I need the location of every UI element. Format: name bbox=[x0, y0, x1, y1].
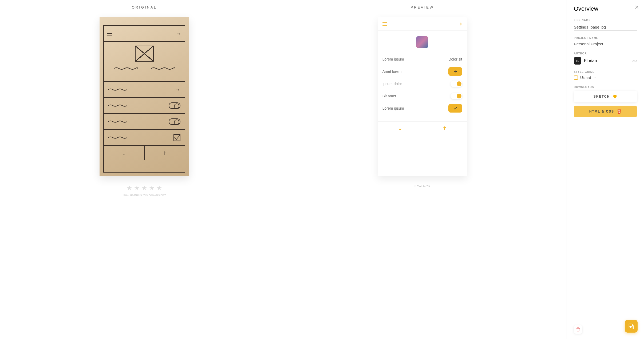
file-name-label: FILE NAME bbox=[574, 19, 637, 22]
arrow-right-button[interactable] bbox=[448, 67, 462, 76]
avatar bbox=[416, 36, 428, 48]
star-icon[interactable]: ★ bbox=[134, 184, 140, 192]
star-icon[interactable]: ★ bbox=[127, 184, 132, 192]
sketch-arrow-down-icon: ↓ bbox=[104, 146, 145, 160]
sketch-arrow-icon: → bbox=[175, 86, 180, 93]
original-sketch-image: → → bbox=[100, 17, 189, 176]
toggle-switch[interactable] bbox=[451, 93, 462, 99]
list-item-label: Lorem ipsum bbox=[382, 106, 404, 110]
chevron-down-icon bbox=[593, 76, 596, 79]
list-item-label: Lorem ipsum bbox=[382, 57, 404, 61]
overview-sidebar: Overview FILE NAME PROJECT NAME Personal… bbox=[567, 0, 644, 339]
rating-stars[interactable]: ★ ★ ★ ★ ★ bbox=[127, 184, 162, 192]
list-item-label: Sit amet bbox=[382, 94, 396, 98]
footer-arrow-down-button[interactable] bbox=[378, 122, 422, 135]
overview-title: Overview bbox=[574, 5, 637, 12]
rating-caption: How useful is this conversion? bbox=[123, 193, 166, 197]
author-timestamp: 25s bbox=[632, 59, 637, 62]
sketch-arrow-up-icon: ↑ bbox=[145, 146, 185, 160]
sketch-checkbox-icon bbox=[173, 134, 180, 141]
list-item-label: Dolor sit bbox=[448, 57, 462, 61]
sketch-arrow-right-icon: → bbox=[176, 30, 181, 37]
toggle-switch[interactable] bbox=[451, 81, 462, 87]
style-guide-label: STYLE GUIDE bbox=[574, 70, 637, 73]
sketch-toggle-icon bbox=[169, 118, 180, 125]
sketch-diamond-icon bbox=[613, 94, 617, 99]
style-guide-icon bbox=[574, 75, 578, 80]
sketch-toggle-icon bbox=[169, 102, 180, 109]
star-icon[interactable]: ★ bbox=[141, 184, 147, 192]
author-name: Florian bbox=[584, 58, 597, 63]
preview-title: PREVIEW bbox=[410, 5, 434, 9]
style-guide-selector[interactable]: Uizard bbox=[574, 75, 637, 80]
project-name-label: PROJECT NAME bbox=[574, 37, 637, 39]
close-icon[interactable] bbox=[634, 5, 639, 10]
download-sketch-button[interactable]: SKETCH bbox=[574, 91, 637, 102]
project-name-value: Personal Project bbox=[574, 42, 637, 46]
author-label: AUTHOR bbox=[574, 52, 637, 55]
preview-panel: PREVIEW Lorem ipsum Dolor sit Amet lorem bbox=[289, 5, 556, 334]
star-icon[interactable]: ★ bbox=[149, 184, 155, 192]
list-item-label: Ipsum dolor bbox=[382, 82, 402, 86]
delete-button[interactable] bbox=[574, 325, 582, 334]
check-button[interactable] bbox=[448, 104, 462, 113]
chat-fab-button[interactable] bbox=[625, 320, 638, 333]
list-item-label: Amet lorem bbox=[382, 69, 402, 74]
original-panel: ORIGINAL → → bbox=[11, 5, 278, 334]
download-html-button[interactable]: HTML & CSS bbox=[574, 106, 637, 117]
downloads-label: DOWNLOADS bbox=[574, 86, 637, 89]
footer-arrow-up-button[interactable] bbox=[422, 122, 467, 135]
sketch-image-placeholder bbox=[135, 46, 154, 62]
preview-phone-mock: Lorem ipsum Dolor sit Amet lorem Ipsum d… bbox=[378, 17, 467, 176]
chat-icon bbox=[628, 323, 634, 329]
style-guide-value: Uizard bbox=[580, 75, 591, 80]
preview-dimensions: 375x667px bbox=[414, 184, 430, 188]
html5-icon bbox=[617, 109, 622, 114]
trash-icon bbox=[576, 327, 580, 332]
header-arrow-right-icon[interactable] bbox=[457, 22, 462, 26]
sketch-hamburger-icon bbox=[107, 32, 112, 35]
hamburger-menu-icon[interactable] bbox=[382, 22, 387, 26]
file-name-input[interactable] bbox=[574, 24, 637, 31]
main-area: ORIGINAL → → bbox=[0, 0, 567, 339]
original-title: ORIGINAL bbox=[132, 5, 157, 9]
star-icon[interactable]: ★ bbox=[156, 184, 162, 192]
author-avatar-badge: FL bbox=[574, 57, 581, 65]
